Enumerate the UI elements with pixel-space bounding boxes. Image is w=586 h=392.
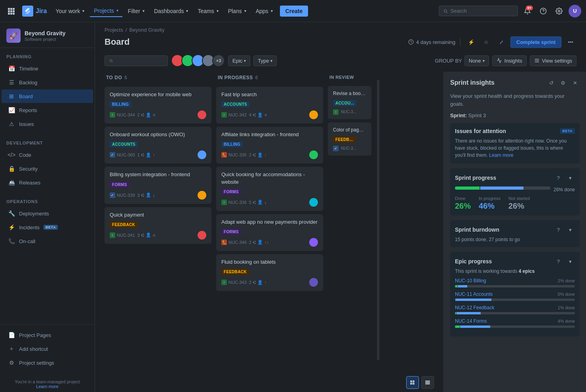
grid-icon[interactable]: [5, 5, 17, 17]
group-by-select[interactable]: None ▾: [464, 55, 489, 66]
card-nuc-335[interactable]: Affiliate links integration - frontend B…: [216, 127, 323, 164]
sidebar-item-deployments[interactable]: 🔧 Deployments: [2, 207, 93, 220]
close-icon[interactable]: ✕: [570, 78, 580, 88]
settings-button[interactable]: [553, 5, 565, 17]
card-inreview-2[interactable]: Color of pages lo... FEEDB... ✓ NUC-3...: [328, 122, 371, 156]
epic-link-nuc11[interactable]: NUC-11 Accounts: [455, 291, 493, 297]
help-button[interactable]: [537, 5, 550, 17]
board-search-input[interactable]: [116, 58, 164, 64]
learn-more-link[interactable]: Learn more: [489, 152, 513, 158]
operations-section: OPERATIONS 🔧 Deployments ⚡ Incidents BET…: [0, 193, 95, 251]
sidebar-item-backlog[interactable]: ☰ Backlog: [2, 76, 93, 89]
nav-filter[interactable]: Filter ▾: [124, 6, 148, 17]
board-and-insights: TO DO 6 Optimize experience for mobile w…: [95, 72, 586, 392]
board-columns: TO DO 6 Optimize experience for mobile w…: [95, 72, 443, 375]
progress-help-icon[interactable]: ?: [554, 173, 563, 183]
sidebar-item-reports[interactable]: 📈 Reports: [2, 103, 93, 117]
view-settings-button[interactable]: View settings: [530, 55, 576, 66]
avatar-filter-more[interactable]: +3: [212, 54, 225, 67]
oncall-icon: 📞: [8, 238, 15, 245]
stat-inprogress: In progress 46%: [479, 196, 500, 211]
fullscreen-button[interactable]: ⤢: [495, 36, 507, 48]
notifications-button[interactable]: 9+: [521, 5, 534, 17]
refresh-icon[interactable]: ↺: [546, 78, 556, 88]
epic-collapse-icon[interactable]: ▾: [565, 257, 575, 266]
epic-filter[interactable]: Epic ▾: [228, 55, 250, 66]
progress-total-label: 26% done: [554, 187, 575, 192]
column-cards-inreview: Revise a booking ACCOU... ↑ NUC-3...: [328, 86, 371, 368]
sidebar-item-timeline[interactable]: 📅 Timeline: [2, 62, 93, 75]
sidebar-item-security[interactable]: 🔒 Security: [2, 162, 93, 175]
column-resize-handle[interactable]: [377, 80, 379, 360]
jira-logo[interactable]: Jira: [19, 6, 50, 17]
user-avatar[interactable]: U: [569, 5, 581, 17]
svg-rect-6: [8, 13, 10, 15]
nav-plans[interactable]: Plans ▾: [224, 6, 250, 17]
card-nuc-342[interactable]: Fast trip search ACCOUNTS ↑ NUC-342: [216, 87, 323, 124]
card-id: NUC-339: [117, 193, 135, 198]
card-nuc-343[interactable]: Fluid booking on tablets FEEDBACK ↑ NUC-…: [216, 254, 323, 291]
chevron-icon: ▾: [244, 9, 246, 13]
sidebar-item-code[interactable]: </> Code: [2, 148, 93, 162]
complete-sprint-button[interactable]: Complete sprint: [510, 36, 561, 48]
column-count-todo: 6: [124, 75, 127, 80]
progress-collapse-icon[interactable]: ▾: [565, 173, 575, 183]
nav-your-work[interactable]: Your work ▾: [51, 6, 88, 17]
card-nuc-360[interactable]: Onboard workout options (OWO) ACCOUNTS ✓…: [105, 127, 211, 164]
stat-done-label: Done: [455, 196, 471, 201]
card-nuc-346[interactable]: Adapt web app no new payments provider F…: [216, 214, 323, 251]
nav-dashboards[interactable]: Dashboards ▾: [150, 6, 192, 17]
sidebar-item-board[interactable]: ⊞ Board: [2, 89, 93, 103]
sidebar-item-oncall[interactable]: 📞 On-call: [2, 234, 93, 248]
sidebar-item-project-pages[interactable]: 📄 Project Pages: [2, 328, 93, 342]
sidebar-item-incidents[interactable]: ⚡ Incidents BETA: [2, 221, 93, 234]
more-button[interactable]: •••: [565, 36, 576, 48]
lightning-button[interactable]: ⚡: [465, 36, 477, 48]
story-icon: ↑: [221, 112, 227, 118]
card-nuc-344[interactable]: Optimize experience for mobile web BILLI…: [105, 87, 211, 124]
burndown-help-icon[interactable]: ?: [554, 225, 563, 234]
breadcrumb-project-link[interactable]: Beyond Gravity: [129, 27, 165, 33]
sidebar-bottom: 📄 Project Pages ＋ Add shortcut ⚙ Project…: [0, 324, 95, 376]
epic-link-nuc10[interactable]: NUC-10 Billing: [455, 278, 486, 284]
nav-teams[interactable]: Teams ▾: [194, 6, 222, 17]
epic-link-nuc12[interactable]: NUC-12 Feedback: [455, 305, 494, 310]
card-footer: ↑ NUC-341 3 ⑆ 👤 ≡: [110, 231, 206, 240]
epic-link-nuc14[interactable]: NUC-14 Forms: [455, 318, 487, 324]
sidebar-item-project-settings[interactable]: ⚙ Project settings: [2, 356, 93, 369]
sprint-progress-card: Sprint progress ? ▾ 26% done: [450, 168, 580, 215]
search-input[interactable]: [451, 8, 514, 14]
page-btn-1[interactable]: [406, 376, 419, 389]
star-button[interactable]: ☆: [480, 36, 492, 48]
card-nuc-336[interactable]: Quick booking for accommodations - websi…: [216, 167, 323, 211]
development-section: DEVELOPMENT </> Code 🔒 Security 🚢 Releas…: [0, 134, 95, 193]
type-filter[interactable]: Type ▾: [253, 55, 277, 66]
epic-desc: This sprint is working towards 4 epics: [455, 268, 575, 274]
project-header[interactable]: 🚀 Beyond Gravity Software project: [0, 22, 95, 48]
nav-projects[interactable]: Projects ▾: [90, 5, 122, 17]
board-search[interactable]: [105, 55, 168, 66]
story-icon: ↑: [110, 232, 115, 238]
insights-button[interactable]: Insights: [492, 55, 527, 66]
sidebar-item-add-shortcut[interactable]: ＋ Add shortcut: [2, 342, 93, 356]
card-nuc-339[interactable]: Billing system integration - frontend FO…: [105, 167, 211, 204]
gear-icon[interactable]: ⚙: [558, 78, 568, 88]
breadcrumb-projects-link[interactable]: Projects: [105, 27, 123, 33]
global-search[interactable]: [439, 6, 518, 16]
card-id: NUC-342: [228, 112, 247, 117]
card-inreview-1[interactable]: Revise a booking ACCOU... ↑ NUC-3...: [328, 86, 371, 119]
sidebar-item-releases[interactable]: 🚢 Releases: [2, 176, 93, 189]
card-id: NUC-344: [117, 112, 135, 117]
stat-notstarted-value: 26%: [508, 202, 530, 211]
burndown-expand-icon[interactable]: ▾: [565, 225, 575, 234]
card-nuc-341[interactable]: Quick payment FEEDBACK ↑ NUC-341: [105, 207, 211, 244]
avatars-filter: +3: [171, 54, 225, 67]
sidebar-item-issues[interactable]: ⚠ Issues: [2, 117, 93, 131]
nav-apps[interactable]: Apps ▾: [252, 6, 277, 17]
create-button[interactable]: Create: [280, 6, 308, 17]
page-btn-2[interactable]: [421, 376, 434, 389]
epic-help-icon[interactable]: ?: [554, 257, 563, 266]
tag-feedback: FEEDBACK: [110, 222, 137, 228]
learn-more-link[interactable]: Learn more: [36, 384, 58, 389]
issues-card-title: Issues for attention: [455, 128, 506, 134]
